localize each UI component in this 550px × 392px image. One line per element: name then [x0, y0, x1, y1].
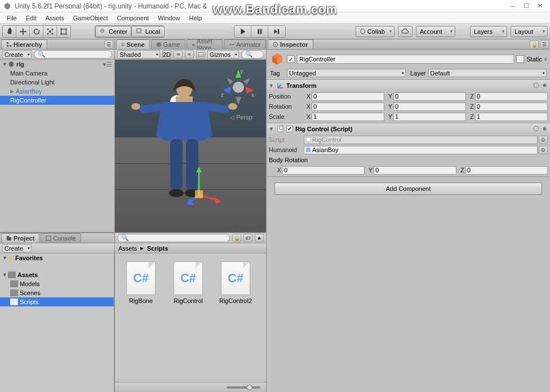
- panel-menu-button[interactable]: ☰: [104, 40, 113, 48]
- tab-inspector[interactable]: Inspector: [268, 39, 313, 49]
- 2d-toggle[interactable]: 2D: [162, 50, 171, 59]
- tab-animator[interactable]: Animator: [224, 39, 266, 49]
- scale-z-input[interactable]: [475, 113, 548, 121]
- humanoid-field[interactable]: AsianBoy: [304, 146, 538, 154]
- breadcrumb-item[interactable]: Scripts: [147, 245, 168, 252]
- collab-dropdown[interactable]: Collab: [356, 26, 394, 37]
- component-foldout[interactable]: ▼: [269, 83, 274, 88]
- hierarchy-item[interactable]: RigController: [0, 96, 114, 105]
- scene-orientation-gizmo[interactable]: y x z: [219, 68, 258, 107]
- rotation-x-input[interactable]: [312, 103, 384, 111]
- menu-window[interactable]: Window: [153, 14, 184, 23]
- move-tool-button[interactable]: [16, 26, 30, 37]
- position-y-input[interactable]: [393, 92, 466, 101]
- lighting-toggle[interactable]: [174, 50, 183, 59]
- gameobject-active-checkbox[interactable]: ✓: [287, 55, 295, 63]
- object-picker-button[interactable]: ⊙: [539, 136, 548, 144]
- hierarchy-create-dropdown[interactable]: Create: [2, 50, 32, 59]
- scale-tool-button[interactable]: [43, 26, 57, 37]
- transform-gizmo-icon[interactable]: [188, 167, 221, 206]
- pause-button[interactable]: [251, 26, 268, 37]
- minimize-button[interactable]: ─: [506, 1, 520, 11]
- position-x-input[interactable]: [312, 92, 384, 101]
- search-by-type-button[interactable]: 🏷: [243, 234, 252, 242]
- maximize-button[interactable]: ☐: [520, 1, 533, 11]
- step-button[interactable]: [268, 26, 285, 37]
- gizmos-dropdown[interactable]: Gizmos: [207, 50, 239, 59]
- script-field[interactable]: RigControl: [304, 136, 538, 144]
- layout-dropdown[interactable]: Layout: [511, 26, 548, 37]
- menu-edit[interactable]: Edit: [21, 14, 41, 23]
- rotate-tool-button[interactable]: [30, 26, 43, 37]
- scene-viewport[interactable]: y x z ◁ Persp: [115, 60, 266, 232]
- menu-file[interactable]: File: [2, 14, 21, 23]
- hierarchy-item[interactable]: Main Camera: [0, 69, 114, 78]
- object-picker-button[interactable]: ⊙: [539, 146, 548, 154]
- pivot-rotation-button[interactable]: Local: [131, 26, 164, 37]
- scale-x-input[interactable]: [312, 113, 384, 121]
- scale-y-input[interactable]: [393, 113, 466, 121]
- project-folder[interactable]: Scripts: [0, 297, 114, 306]
- position-z-input[interactable]: [475, 92, 548, 101]
- gameobject-name-input[interactable]: [297, 55, 514, 64]
- tab-asset-store[interactable]: Asset Store: [187, 39, 223, 49]
- hierarchy-scene-row[interactable]: ▼ rig ▾☰: [0, 60, 114, 69]
- breadcrumb-item[interactable]: Assets: [118, 245, 137, 252]
- shading-mode-dropdown[interactable]: Shaded: [117, 50, 160, 59]
- bodyrot-x-input[interactable]: [282, 166, 365, 175]
- gear-icon[interactable]: [542, 126, 548, 132]
- bodyrot-z-input[interactable]: [465, 166, 548, 175]
- pivot-mode-button[interactable]: Center: [95, 26, 131, 37]
- hand-tool-button[interactable]: [3, 26, 16, 37]
- project-search-input[interactable]: 🔍: [117, 234, 230, 242]
- tab-console[interactable]: Console: [41, 233, 81, 243]
- panel-menu-button[interactable]: ☰: [540, 40, 549, 48]
- component-foldout[interactable]: ▼: [269, 126, 274, 132]
- project-folder[interactable]: Models: [0, 279, 114, 288]
- project-create-dropdown[interactable]: Create: [2, 244, 32, 252]
- asset-item[interactable]: C# RigControl: [170, 261, 206, 304]
- asset-item[interactable]: C# RigControl2: [218, 261, 254, 304]
- tag-dropdown[interactable]: Untagged: [287, 69, 406, 77]
- search-filter-button[interactable]: 🔒: [232, 234, 241, 242]
- assets-folder[interactable]: ▼Assets: [0, 270, 114, 279]
- hierarchy-search-input[interactable]: 🔍: [34, 50, 112, 59]
- rotation-y-input[interactable]: [393, 103, 466, 111]
- svg-point-10: [65, 33, 67, 35]
- close-button[interactable]: ✕: [533, 1, 547, 11]
- menu-gameobject[interactable]: GameObject: [69, 14, 113, 23]
- asset-item[interactable]: C# RigBone: [123, 261, 159, 304]
- account-dropdown[interactable]: Account: [416, 26, 455, 37]
- layer-dropdown[interactable]: Default: [428, 69, 547, 77]
- save-search-button[interactable]: ★: [255, 234, 264, 242]
- menu-component[interactable]: Component: [112, 14, 153, 23]
- help-icon[interactable]: [533, 82, 539, 88]
- rect-tool-button[interactable]: [57, 26, 70, 37]
- static-checkbox[interactable]: [516, 55, 524, 63]
- gear-icon[interactable]: [542, 82, 548, 88]
- menu-help[interactable]: Help: [184, 14, 206, 23]
- menu-assets[interactable]: Assets: [41, 14, 69, 23]
- rotation-z-input[interactable]: [475, 103, 548, 111]
- tab-game[interactable]: Game: [151, 39, 185, 49]
- tab-project[interactable]: Project: [1, 233, 39, 243]
- favorites-header[interactable]: ▼★Favorites: [0, 253, 114, 262]
- play-button[interactable]: [234, 26, 251, 37]
- bodyrot-y-input[interactable]: [374, 166, 456, 175]
- hierarchy-item[interactable]: Directional Light: [0, 78, 114, 87]
- scene-search-input[interactable]: 🔍: [241, 50, 264, 59]
- tab-scene[interactable]: #Scene: [116, 39, 150, 49]
- hierarchy-item[interactable]: ▶AsianBoy: [0, 87, 114, 96]
- add-component-button[interactable]: Add Component: [274, 182, 542, 195]
- cloud-button[interactable]: [398, 26, 412, 37]
- svg-rect-80: [306, 148, 311, 152]
- tab-hierarchy[interactable]: Hierarchy: [1, 39, 47, 49]
- component-enabled-checkbox[interactable]: ✓: [286, 126, 293, 132]
- project-folder[interactable]: Scenes: [0, 288, 114, 297]
- inspector-lock-button[interactable]: 🔒: [530, 41, 539, 49]
- icon-size-slider[interactable]: [227, 386, 260, 389]
- layers-dropdown[interactable]: Layers: [470, 26, 507, 37]
- fx-toggle[interactable]: [196, 50, 205, 59]
- help-icon[interactable]: [533, 126, 539, 132]
- audio-toggle[interactable]: [185, 50, 194, 59]
